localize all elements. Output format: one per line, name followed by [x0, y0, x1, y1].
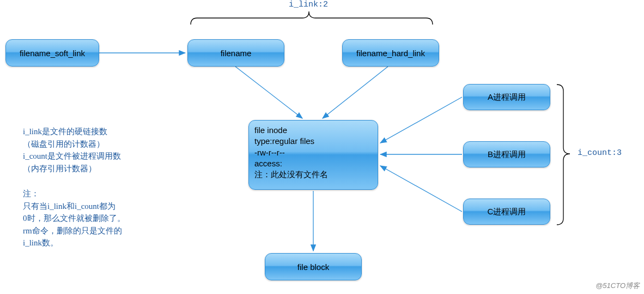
inode-line-1: file inode: [254, 125, 287, 136]
watermark: @51CTO博客: [596, 281, 640, 291]
svg-line-3: [380, 97, 462, 143]
svg-line-2: [323, 67, 388, 118]
note-block-2: 注： 只有当i_link和i_count都为 0时，那么文件就被删除了。 rm命…: [23, 188, 125, 249]
node-hard-link: filename_hard_link: [342, 39, 439, 67]
inode-line-3: -rw-r--r--: [254, 147, 285, 158]
node-proc-c: C进程调用: [463, 199, 550, 225]
inode-line-2: type:regular files: [254, 136, 314, 147]
node-file-block: file block: [265, 253, 362, 280]
inode-line-4: access:: [254, 158, 282, 169]
node-soft-link: filename_soft_link: [5, 39, 99, 67]
svg-line-1: [235, 67, 302, 118]
node-inode: file inode type:regular files -rw-r--r--…: [248, 120, 378, 190]
note-block-1: i_link是文件的硬链接数 （磁盘引用的计数器） i_count是文件被进程调…: [23, 125, 121, 175]
node-filename: filename: [187, 39, 284, 67]
i-count-label: i_count:3: [578, 148, 622, 158]
inode-line-5: 注：此处没有文件名: [254, 169, 328, 180]
svg-line-5: [380, 166, 462, 212]
i-link-label: i_link:2: [289, 0, 328, 9]
node-proc-b: B进程调用: [463, 141, 550, 167]
node-proc-a: A进程调用: [463, 84, 550, 110]
